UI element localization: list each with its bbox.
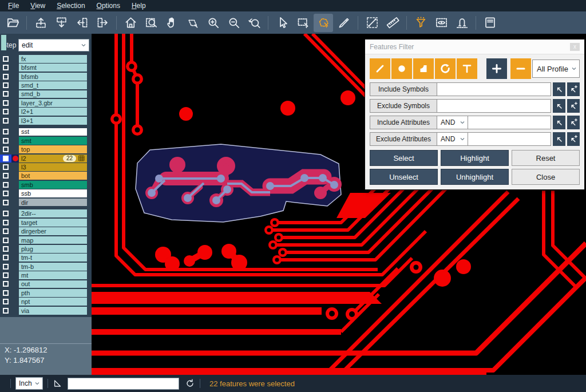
layer-cell-dir[interactable]: dir (19, 199, 87, 207)
reset-button[interactable]: Reset (512, 150, 580, 166)
include-symbols-input[interactable] (437, 82, 551, 96)
menu-options[interactable]: Options (91, 0, 126, 11)
layer-cell-mt[interactable]: mt (19, 271, 87, 279)
layer-cell-plug[interactable]: plug (19, 245, 87, 253)
layer-checkbox-pth[interactable] (0, 289, 11, 297)
command-input[interactable] (68, 378, 179, 390)
layer-checkbox-bfsmb[interactable] (0, 73, 11, 81)
zoom-in-button[interactable] (203, 14, 223, 32)
open-button[interactable] (3, 14, 22, 32)
layer-checkbox-map[interactable] (0, 236, 11, 244)
layer-cell-smd_t[interactable]: smd_t (19, 81, 87, 89)
features-filter-button[interactable] (411, 14, 430, 32)
measure-line-button[interactable] (362, 14, 382, 32)
layer-checkbox-l3[interactable] (0, 163, 11, 171)
view-options-button[interactable] (431, 14, 451, 32)
layer-cell-tm-b[interactable]: tm-b (19, 263, 87, 271)
unselect-button[interactable]: Unselect (370, 169, 438, 185)
filter-arcs-button[interactable] (435, 58, 456, 79)
layer-cell-smb[interactable]: smb (19, 181, 87, 189)
refresh-icon[interactable] (185, 378, 195, 389)
filter-pads-button[interactable] (391, 58, 412, 79)
layer-checkbox-layer_3.gbr[interactable] (0, 99, 11, 107)
menu-file[interactable]: File (2, 0, 25, 11)
layer-checkbox-l2[interactable] (0, 155, 11, 163)
layer-checkbox-sst[interactable] (0, 128, 11, 136)
layer-cell-bot[interactable]: bot (19, 172, 87, 180)
logic-combo[interactable]: AND (437, 116, 468, 129)
layer-cell-dirgerber[interactable]: dirgerber (19, 227, 87, 235)
layer-checkbox-npt[interactable] (0, 298, 11, 306)
shift-down-button[interactable] (52, 14, 71, 32)
highlight-button[interactable]: Highlight (441, 150, 509, 166)
pick-add-button[interactable] (567, 132, 580, 146)
pan-button[interactable] (162, 14, 181, 32)
close-button[interactable]: Close (512, 169, 580, 185)
layer-checkbox-smd_t[interactable] (0, 81, 11, 89)
layer-checkbox-smt[interactable] (0, 137, 11, 145)
layer-checkbox-fx[interactable] (0, 55, 11, 63)
layer-checkbox-top[interactable] (0, 145, 11, 153)
layer-checkbox-bfsmt[interactable] (0, 64, 11, 72)
layer-checkbox-smd_b[interactable] (0, 90, 11, 98)
layer-cell-fx[interactable]: fx (19, 55, 87, 63)
layer-cell-l3+1[interactable]: l3+1 (19, 117, 87, 125)
layer-cell-bfsmt[interactable]: bfsmt (19, 64, 87, 72)
layer-checkbox-plug[interactable] (0, 245, 11, 253)
layer-cell-sst[interactable]: sst (19, 128, 87, 136)
select-button[interactable] (272, 14, 292, 32)
layers-panel-button[interactable] (480, 14, 500, 32)
layer-cell-tm-t[interactable]: tm-t (19, 254, 87, 262)
select-button[interactable]: Select (370, 150, 438, 166)
layer-cell-l2+1[interactable]: l2+1 (19, 108, 87, 116)
layer-checkbox-target[interactable] (0, 219, 11, 227)
layer-cell-bfsmb[interactable]: bfsmb (19, 73, 87, 81)
layer-checkbox-2dir--[interactable] (0, 209, 11, 217)
shift-left-button[interactable] (72, 14, 92, 32)
layer-cell-smd_b[interactable]: smd_b (19, 90, 87, 98)
unhighlight-button[interactable]: Unhighlight (441, 169, 509, 185)
layer-cell-top[interactable]: top (19, 145, 87, 153)
pick-add-button[interactable] (567, 82, 580, 96)
layer-cell-l2[interactable]: l222 (19, 155, 87, 163)
exclude-symbols-input[interactable] (437, 99, 551, 113)
pick-add-button[interactable] (567, 99, 580, 113)
layer-cell-via[interactable]: via (19, 307, 87, 315)
include-attributes-input[interactable] (468, 116, 551, 129)
zoom-previous-button[interactable] (244, 14, 264, 32)
layer-cell-l3[interactable]: l3 (19, 163, 87, 171)
layer-checkbox-via[interactable] (0, 307, 11, 315)
layer-cell-2dir--[interactable]: 2dir-- (19, 209, 87, 217)
layer-cell-pth[interactable]: pth (19, 289, 87, 297)
include-attributes-button[interactable]: Include Attributes (370, 116, 437, 129)
rectangle-select-button[interactable] (293, 14, 312, 32)
pick-add-button[interactable] (567, 116, 580, 129)
shift-right-button[interactable] (93, 14, 112, 32)
layer-cell-ssb[interactable]: ssb (19, 189, 87, 197)
layer-cell-npt[interactable]: npt (19, 298, 87, 306)
units-combo[interactable]: Inch (15, 377, 43, 390)
pick-from-canvas-button[interactable] (553, 82, 565, 96)
layer-checkbox-tm-t[interactable] (0, 254, 11, 262)
menu-view[interactable]: View (25, 0, 51, 11)
layer-checkbox-dirgerber[interactable] (0, 227, 11, 235)
remove-mode-button[interactable] (510, 58, 531, 79)
include-symbols-button[interactable]: Include Symbols (370, 82, 437, 96)
filter-text-button[interactable] (457, 58, 477, 79)
brush-select-button[interactable] (334, 14, 354, 32)
pick-from-canvas-button[interactable] (553, 132, 565, 146)
zoom-out-button[interactable] (224, 14, 243, 32)
layer-cell-target[interactable]: target (19, 219, 87, 227)
menu-help[interactable]: Help (126, 0, 152, 11)
dialog-title-bar[interactable]: Features Filter x (365, 39, 584, 54)
filter-surfaces-button[interactable] (413, 58, 434, 79)
layer-checkbox-l3+1[interactable] (0, 117, 11, 125)
layer-checkbox-l2+1[interactable] (0, 108, 11, 116)
pick-from-canvas-button[interactable] (553, 99, 565, 113)
polygon-select-button[interactable] (314, 14, 333, 32)
pick-from-canvas-button[interactable] (553, 116, 565, 129)
layer-cell-layer_3.gbr[interactable]: layer_3.gbr (19, 99, 87, 107)
zoom-area-button[interactable] (141, 14, 161, 32)
ruler-button[interactable] (383, 14, 402, 32)
zoom-polygon-button[interactable] (183, 14, 202, 32)
